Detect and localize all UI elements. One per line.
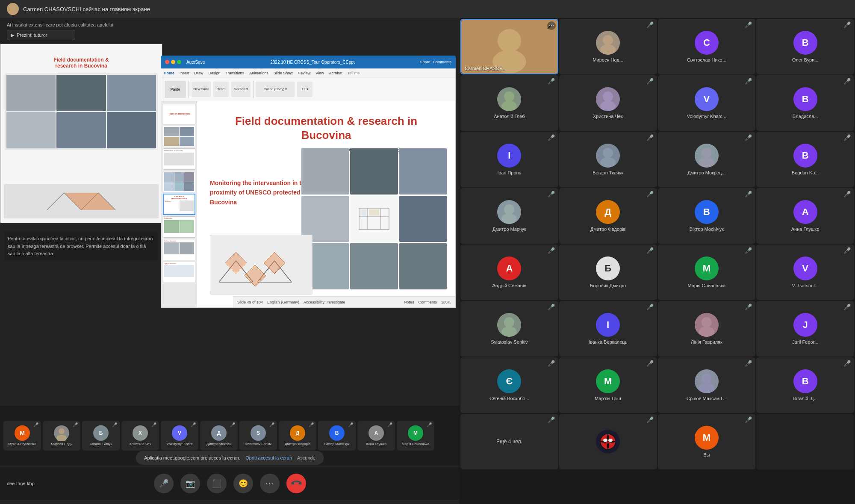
slide-thumb-50[interactable]: Post activities... bbox=[163, 216, 195, 238]
paste-btn[interactable]: Paste bbox=[165, 81, 186, 98]
mini-name-7: Sviatoslav Senkiv bbox=[245, 442, 272, 446]
new-slide-btn[interactable]: New Slide bbox=[192, 82, 211, 97]
menu-review[interactable]: Review bbox=[298, 71, 311, 75]
anatoly-mic: 🎤 bbox=[548, 78, 555, 85]
participant-carmen: Carmen CHASOV... 🎤 ⋯ bbox=[460, 19, 558, 74]
svg-point-32 bbox=[603, 91, 613, 102]
section-btn[interactable]: Section ▾ bbox=[231, 82, 251, 97]
options-icon: ⋯ bbox=[549, 23, 554, 29]
participant-vitaliy: B Віталій Щ... 🎤 bbox=[756, 357, 854, 413]
hangup-btn[interactable]: 📞 bbox=[286, 474, 306, 493]
menu-transitions[interactable]: Transitions bbox=[226, 71, 245, 75]
participant-svyatoslav: C Святослав Нико... 🎤 bbox=[658, 19, 756, 74]
autosave-label: AutoSave bbox=[186, 60, 205, 65]
more-options-btn[interactable]: ⋯ bbox=[260, 474, 280, 493]
dmytro-fe-name: Дмитро Федорів bbox=[589, 227, 628, 232]
menu-slideshow[interactable]: Slide Show bbox=[274, 71, 293, 75]
photo-1 bbox=[301, 148, 349, 195]
slide-thumb-46[interactable] bbox=[163, 126, 195, 147]
svg-line-2 bbox=[47, 193, 64, 210]
mini-card-4: Х Христина Чех 🎤 bbox=[121, 421, 159, 451]
svyatoslav-avatar: C bbox=[695, 31, 719, 55]
slide-thumb-45[interactable]: Types of intervention bbox=[163, 103, 195, 124]
participant-vy: М Вы 🎤 bbox=[658, 414, 756, 469]
svg-point-28 bbox=[603, 35, 613, 45]
menu-tellme[interactable]: Tell me bbox=[348, 71, 360, 75]
menu-view[interactable]: View bbox=[315, 71, 324, 75]
slide-statusbar: Slide 49 of 104 English (Germany) Access… bbox=[233, 296, 455, 307]
slide-thumbnails: Types of intervention Stabilization of bbox=[161, 101, 197, 307]
mirosa-mic: 🎤 bbox=[646, 21, 654, 28]
svg-point-38 bbox=[504, 204, 514, 215]
more-icon: ⋯ bbox=[265, 478, 274, 489]
volodymyr-name: Volodymyr Kharc... bbox=[685, 114, 728, 119]
participant-viktor: B Віктор Мосійчук 🎤 bbox=[658, 188, 756, 244]
slide-thumb-48[interactable] bbox=[163, 171, 195, 192]
maryan-mic: 🎤 bbox=[646, 360, 654, 367]
slide-sketch bbox=[210, 235, 313, 295]
svg-point-42 bbox=[702, 317, 712, 327]
svg-point-24 bbox=[56, 435, 67, 441]
mini-avatar-3: Б bbox=[93, 425, 109, 441]
slide-thumb-47[interactable]: Stabilization of new built... bbox=[163, 148, 195, 170]
svg-marker-22 bbox=[245, 265, 266, 286]
comments-btn[interactable]: Comments bbox=[418, 300, 437, 304]
linia-avatar bbox=[695, 313, 719, 337]
mirror-warning: Pentru a evita oglindirea la infinit, nu… bbox=[4, 232, 158, 261]
mic-control-btn[interactable]: 🎤 bbox=[154, 474, 174, 493]
pp-comments-btn[interactable]: Comments bbox=[433, 60, 451, 64]
dmytro-m-avatar bbox=[695, 144, 719, 168]
carmen-options[interactable]: ⋯ bbox=[547, 21, 556, 30]
max-btn[interactable] bbox=[177, 60, 181, 64]
notes-btn[interactable]: Notes bbox=[404, 300, 414, 304]
jurii-avatar: J bbox=[793, 313, 817, 337]
menu-draw[interactable]: Draw bbox=[195, 71, 203, 75]
min-btn[interactable] bbox=[171, 60, 175, 64]
svg-point-30 bbox=[504, 91, 514, 102]
close-btn[interactable] bbox=[165, 60, 169, 64]
khrystyna-mic: 🎤 bbox=[646, 78, 654, 85]
participant-yershov: Єршов Максим Г... 🎤 bbox=[658, 357, 756, 413]
reset-btn[interactable]: Reset bbox=[213, 82, 229, 97]
jurii-mic: 🎤 bbox=[843, 304, 851, 310]
menu-home[interactable]: Home bbox=[164, 71, 174, 75]
presentation-area: Ai instalat extensii care pot afecta cal… bbox=[0, 18, 460, 504]
mirosa-name: Мирося Нод... bbox=[591, 57, 625, 62]
mini-mic-3: 🎤 bbox=[112, 422, 117, 427]
anna-name: Анна Глушко bbox=[790, 227, 821, 232]
participant-ivanka: І Іванка Веркалець 🎤 bbox=[559, 301, 657, 357]
menu-animations[interactable]: Animations bbox=[249, 71, 268, 75]
reactions-btn[interactable]: 😊 bbox=[233, 474, 253, 493]
menu-design[interactable]: Design bbox=[209, 71, 221, 75]
camera-control-btn[interactable]: 📷 bbox=[180, 474, 200, 493]
slide-thumb-52[interactable]: Types of intervention... bbox=[163, 262, 195, 283]
notification-link1[interactable]: Opriți accesul la ecran bbox=[245, 455, 292, 460]
mini-avatar-1: M bbox=[15, 425, 30, 441]
notification-link2[interactable]: Ascunde bbox=[297, 455, 315, 460]
menu-acrobat[interactable]: Acrobat bbox=[329, 71, 342, 75]
pp-share-btn[interactable]: Share bbox=[420, 60, 430, 64]
mini-name-4: Христина Чех bbox=[129, 442, 151, 446]
mini-card-10: А Анна Глушко 🎤 bbox=[357, 421, 395, 451]
anna-avatar: A bbox=[793, 200, 817, 224]
slide-thumb-51[interactable]: Field doc & research... bbox=[163, 239, 195, 260]
mini-card-2: Мирося Нодь 🎤 bbox=[43, 421, 80, 451]
tutor-button[interactable]: ▶ Prezinți tuturor bbox=[7, 30, 75, 40]
menu-insert[interactable]: Insert bbox=[180, 71, 189, 75]
font-selector[interactable]: Calibri (Body) ▾ bbox=[256, 82, 295, 97]
vtsarsh-name: V. Tsarshul... bbox=[790, 283, 820, 288]
mini-mic-4: 🎤 bbox=[151, 422, 156, 427]
mini-mic-10: 🎤 bbox=[387, 422, 392, 427]
more4-label: Ещё 4 чел. bbox=[496, 439, 522, 445]
screen-share-btn[interactable]: ⬛ bbox=[207, 474, 227, 493]
camera-icon: 📷 bbox=[186, 479, 195, 488]
font-size[interactable]: 12 ▾ bbox=[297, 82, 313, 97]
vitaliy-avatar: B bbox=[793, 369, 817, 393]
svg-point-23 bbox=[59, 428, 65, 434]
svg-point-1 bbox=[9, 11, 17, 15]
ivanka-name: Іванка Веркалець bbox=[587, 339, 629, 345]
svg-rect-12 bbox=[360, 209, 366, 215]
mini-card-6: Д Дмитро Мокрец 🎤 bbox=[200, 421, 238, 451]
slide-thumb-49-active[interactable]: Field doc &research Bucovina Monitoring.… bbox=[163, 194, 195, 215]
pp-ribbon: Paste New Slide Reset Section ▾ Calibri … bbox=[161, 77, 455, 101]
